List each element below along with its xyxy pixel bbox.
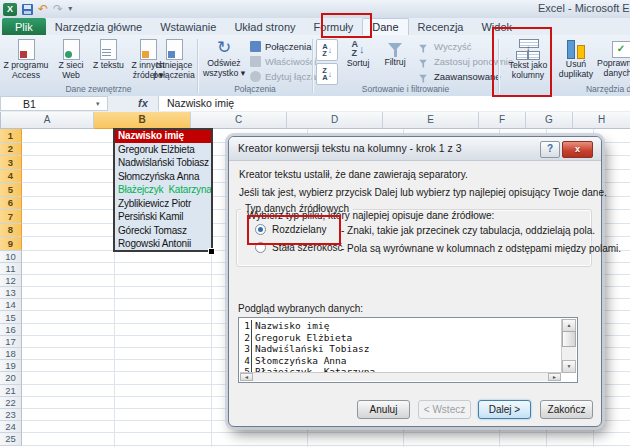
preview-text: 1Nazwisko imię2Gregoruk Elżbieta3Nadwiśl… [240,320,561,373]
redo-icon: ↷ [53,3,63,15]
formula-bar: B1 ▾ fx Nazwisko imię [0,96,630,113]
data-preview-box: 1Nazwisko imię2Gregoruk Elżbieta3Nadwiśl… [238,317,578,383]
column-header-c[interactable]: C [191,112,287,129]
access-document-icon [18,39,35,60]
ribbon-item-wlasciwosci: Właściwości [250,54,317,69]
row-header-2[interactable]: 2 [0,143,22,157]
dialog-intro-line2: Jeśli tak jest, wybierz przycisk Dalej l… [239,187,607,198]
row-header-15[interactable]: 15 [0,311,22,323]
column-header-b[interactable]: B [94,112,191,129]
row-header-8[interactable]: 8 [0,224,22,238]
advanced-filter-icon [419,74,427,78]
funnel-icon [388,43,402,51]
row-header-3[interactable]: 3 [0,156,22,170]
ribbon-button-sortuj[interactable]: AZ ↓ Sortuj [340,37,376,87]
ribbon-button-filtruj[interactable]: Filtruj [378,37,412,87]
sort-mini-buttons: AZ ↓ ZA ↓ [316,39,338,85]
row-header-14[interactable]: 14 [0,299,22,311]
remove-duplicates-icon [567,39,585,59]
row-header-10[interactable]: 10 [0,251,22,263]
row-header-6[interactable]: 6 [0,197,22,211]
edit-links-icon [250,71,261,82]
row-header-7[interactable]: 7 [0,210,22,224]
row-header-24[interactable]: 24 [0,421,22,433]
annotation-tekst-jako-kolumny [492,27,552,97]
row-header-12[interactable]: 12 [0,275,22,287]
row-header-22[interactable]: 22 [0,397,22,409]
dialog-close-button[interactable]: x [562,141,593,158]
dialog-button-next[interactable]: Dalej > [478,400,531,419]
fill-handle[interactable] [208,248,215,255]
group-label-polaczenia: Połączenia [198,84,312,94]
row-header-21[interactable]: 21 [0,385,22,397]
tab-plik[interactable]: Plik [2,18,46,35]
row-header-23[interactable]: 23 [0,409,22,421]
tab-narz-dzia-g-wne[interactable]: Narzędzia główne [46,18,151,35]
row-header-19[interactable]: 19 [0,360,22,372]
name-box-dropdown-icon[interactable]: ▾ [96,100,100,108]
row-header-13[interactable]: 13 [0,287,22,299]
preview-vertical-scrollbar[interactable]: ▲ ▼ [561,319,576,373]
ribbon-button-poprawnosc-danych[interactable]: ✓ Poprawność danych ▾ [597,37,630,87]
sort-ascending-button[interactable]: AZ ↓ [316,39,338,61]
row-header-20[interactable]: 20 [0,372,22,384]
excel-logo-icon: X [3,3,17,16]
undo-icon[interactable]: ↶ [38,3,48,15]
dialog-button-cancel[interactable]: Anuluj [357,400,410,419]
row-header-16[interactable]: 16 [0,324,22,336]
column-header-g[interactable]: G [526,112,573,129]
row-header-1[interactable]: 1 [0,129,22,143]
row-header-9[interactable]: 9 [0,237,22,251]
dialog-help-button[interactable]: ? [540,141,560,158]
ribbon-button-z-programu-access[interactable]: Z programu Access [2,37,50,87]
properties-icon [250,56,261,67]
column-header-h[interactable]: H [573,112,630,129]
scroll-right-icon[interactable]: ► [548,373,561,381]
formula-input[interactable]: Nazwisko imię [158,96,630,111]
column-header-d[interactable]: D [287,112,383,129]
ribbon-button-odswiez-wszystko[interactable]: ↻ Odśwież wszystko ▾ [200,37,248,87]
select-all-corner[interactable] [0,112,1,129]
excel-window: X ↶ ↷ ▾ Excel - Microsoft Excel PlikNarz… [0,0,630,447]
ribbon-item-edytuj-lacza: Edytuj łącza [250,69,317,84]
reapply-filter-icon [419,59,427,63]
scrollbar-thumb[interactable] [562,331,576,347]
title-bar: X ↶ ↷ ▾ Excel - Microsoft Excel [0,0,630,19]
column-header-e[interactable]: E [383,112,479,129]
column-header-row: ABCDEFGH [0,112,630,129]
row-header-4[interactable]: 4 [0,170,22,184]
name-box[interactable]: B1 [0,96,108,111]
sort-icon: AZ ↓ [352,40,365,58]
sort-descending-button[interactable]: ZA ↓ [316,63,338,85]
dialog-button-back: < Wstecz [418,400,471,419]
text-to-columns-wizard-dialog: Kreator konwersji tekstu na kolumny - kr… [228,136,602,427]
ribbon-button-z-sieci-web[interactable]: Z sieci Web [52,37,90,87]
down-arrow-icon: ↓ [328,46,332,55]
preview-horizontal-scrollbar[interactable]: ◄ ► [240,372,561,381]
dialog-button-finish[interactable]: Zakończ [540,400,593,419]
ribbon-item-polaczenia[interactable]: Połączenia [250,39,317,54]
tab-recenzja[interactable]: Recenzja [409,18,473,35]
ribbon-button-istniejace-polaczenia[interactable]: Istniejące połączenia [151,37,197,87]
tab-wstawianie[interactable]: Wstawianie [151,18,225,35]
save-icon[interactable] [22,4,33,15]
scroll-down-icon[interactable]: ▼ [562,360,576,373]
clear-filter-icon [419,44,427,48]
scroll-left-icon[interactable]: ◄ [240,373,253,381]
text-document-icon [100,39,117,60]
tab-uk-ad-strony[interactable]: Układ strony [225,18,304,35]
qat-dropdown-icon[interactable]: ▾ [68,5,72,13]
row-header-18[interactable]: 18 [0,348,22,360]
ribbon-button-usun-duplikaty[interactable]: Usuń duplikaty [557,37,595,87]
data-validation-icon: ✓ [612,41,630,58]
insert-function-icon[interactable]: fx [138,97,148,109]
window-title: Excel - Microsoft Excel [538,2,630,14]
row-header-25[interactable]: 25 [0,433,22,445]
ribbon-button-z-tekstu[interactable]: Z tekstu [92,37,125,87]
column-header-a[interactable]: A [1,112,94,129]
group-label-narzedzia-danych: Narzędzia danych [560,84,630,94]
column-header-f[interactable]: F [479,112,526,129]
row-header-5[interactable]: 5 [0,183,22,197]
row-header-17[interactable]: 17 [0,336,22,348]
row-header-11[interactable]: 11 [0,263,22,275]
